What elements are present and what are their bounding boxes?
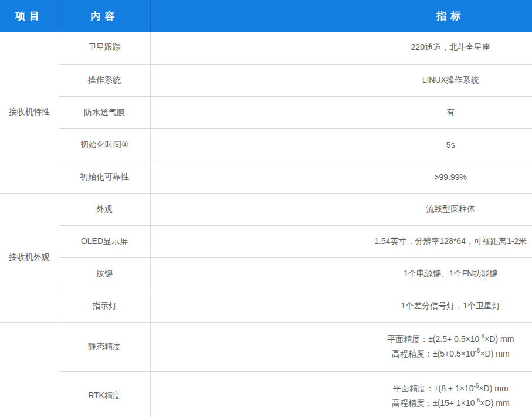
content-cell: 卫星跟踪: [59, 32, 150, 64]
table-row: 接收机外观 外观 流线型圆柱体: [0, 193, 532, 225]
header-cell-content: 内容: [59, 0, 150, 32]
value-cell: 220通道，北斗全星座: [150, 32, 532, 64]
group-label-receiver-features: 接收机特性: [0, 32, 59, 193]
precision-line-vertical: 高程精度：±(5+0.5×10-6×D) mm: [151, 347, 532, 361]
table-row: 指示灯 1个差分信号灯，1个卫星灯: [0, 290, 532, 322]
content-cell: RTK精度: [59, 371, 150, 417]
spec-table-viewport: 项目 内容 指标 接收机特性 卫星跟踪 220通道，北斗全星座 操作系统 LIN…: [0, 0, 532, 417]
content-cell: 操作系统: [59, 64, 150, 96]
table-row: 操作系统 LINUX操作系统: [0, 64, 532, 96]
receiver-spec-table: 项目 内容 指标 接收机特性 卫星跟踪 220通道，北斗全星座 操作系统 LIN…: [0, 0, 532, 417]
value-cell: >99.99%: [150, 161, 532, 193]
content-cell: 初始化可靠性: [59, 161, 150, 193]
table-row: OLED显示屏 1.54英寸，分辨率128*64，可视距离1-2米: [0, 225, 532, 257]
precision-line-horizontal: 平面精度：±(2.5+ 0.5×10-6×D) mm: [151, 332, 532, 347]
table-row: 静态精度 平面精度：±(2.5+ 0.5×10-6×D) mm 高程精度：±(5…: [0, 322, 532, 371]
group-label-receiver-appearance: 接收机外观: [0, 193, 59, 322]
header-cell-item: 项目: [0, 0, 59, 32]
precision-line-horizontal: 平面精度：±(8 + 1×10-6×D) mm: [151, 381, 532, 396]
content-cell: 初始化时间①: [59, 128, 150, 161]
value-cell: 流线型圆柱体: [150, 193, 532, 225]
content-cell: 静态精度: [59, 322, 150, 371]
value-cell: 有: [150, 96, 532, 128]
content-cell: 按键: [59, 257, 150, 290]
table-row: 初始化可靠性 >99.99%: [0, 161, 532, 193]
value-cell: 1.54英寸，分辨率128*64，可视距离1-2米: [150, 225, 532, 257]
table-row: 接收机特性 卫星跟踪 220通道，北斗全星座: [0, 32, 532, 64]
value-cell: LINUX操作系统: [150, 64, 532, 96]
table-row: 防水透气膜 有: [0, 96, 532, 128]
value-cell: 1个差分信号灯，1个卫星灯: [150, 290, 532, 322]
exponent: -6: [479, 333, 484, 340]
header-row: 项目 内容 指标: [0, 0, 532, 32]
table-row: RTK精度 平面精度：±(8 + 1×10-6×D) mm 高程精度：±(15+…: [0, 371, 532, 417]
value-cell: 1个电源键、1个FN功能键: [150, 257, 532, 290]
content-cell: 防水透气膜: [59, 96, 150, 128]
value-cell: 平面精度：±(8 + 1×10-6×D) mm 高程精度：±(15+ 1×10-…: [150, 371, 532, 417]
value-cell: 平面精度：±(2.5+ 0.5×10-6×D) mm 高程精度：±(5+0.5×…: [150, 322, 532, 371]
value-cell: 5s: [150, 128, 532, 161]
table-row: 按键 1个电源键、1个FN功能键: [0, 257, 532, 290]
group-label-precision: [0, 322, 59, 417]
table-header: 项目 内容 指标: [0, 0, 532, 32]
table-row: 初始化时间① 5s: [0, 128, 532, 161]
content-cell: 外观: [59, 193, 150, 225]
content-cell: 指示灯: [59, 290, 150, 322]
content-cell: OLED显示屏: [59, 225, 150, 257]
precision-line-vertical: 高程精度：±(15+ 1×10-6×D) mm: [151, 396, 532, 411]
header-cell-spec: 指标: [150, 0, 532, 32]
